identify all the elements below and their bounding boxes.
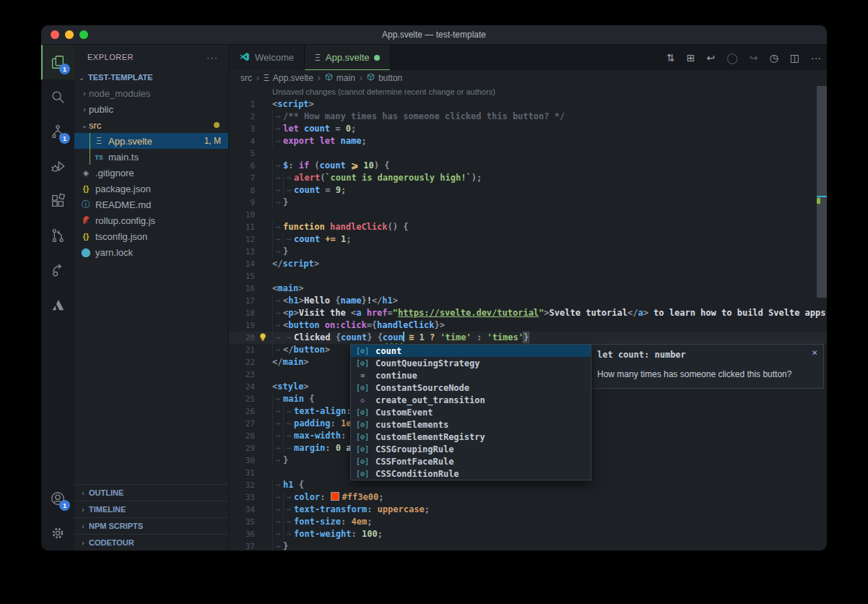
breadcrumb-item-main[interactable]: main: [325, 73, 355, 83]
panel-header-outline[interactable]: ›OUTLINE: [74, 484, 228, 501]
code-line-10[interactable]: 10: [229, 209, 827, 221]
tab-welcome[interactable]: Welcome: [229, 45, 305, 70]
line-number: 26: [229, 405, 255, 418]
lightbulb-icon[interactable]: [258, 332, 268, 342]
views-and-more-actions-icon[interactable]: ···: [207, 52, 218, 63]
code-line-20[interactable]: 20→→Clicked {count} {coun ≡ 1 ? 'time' :…: [229, 332, 827, 344]
file-history-icon[interactable]: ◷: [770, 52, 778, 64]
code-line-35[interactable]: 35→→font-size: 4em;: [229, 516, 827, 528]
suggest-item-create_out_transition[interactable]: ◇create_out_transition: [351, 394, 591, 406]
more-actions-icon[interactable]: ···: [811, 52, 821, 64]
code-line-11[interactable]: 11→function handleClick() {: [229, 221, 827, 233]
explorer-icon[interactable]: 1: [41, 45, 74, 79]
editor-scrollbar[interactable]: [817, 86, 827, 551]
code-line-4[interactable]: 4→export let name;: [229, 135, 827, 147]
live-share-icon[interactable]: [41, 253, 74, 288]
tree-item-main-ts[interactable]: TSmain.ts: [74, 149, 228, 165]
code-line-15[interactable]: 15: [229, 270, 827, 282]
panel-header-npm-scripts[interactable]: ›NPM SCRIPTS: [74, 517, 228, 534]
panel-header-timeline[interactable]: ›TIMELINE: [74, 501, 228, 517]
code-line-18[interactable]: 18→<p>Visit the <a href="https://svelte.…: [229, 307, 827, 319]
accounts-icon[interactable]: 1: [41, 481, 74, 516]
tree-item--gitignore[interactable]: ◈.gitignore: [74, 165, 228, 181]
panel-header-codetour[interactable]: ›CODETOUR: [74, 534, 228, 551]
suggest-item-countqueuingstrategy[interactable]: [⊘]CountQueuingStrategy: [351, 357, 591, 369]
suggest-item-cssfontfacerule[interactable]: [⊘]CSSFontFaceRule: [351, 455, 591, 467]
tree-item-tsconfig-json[interactable]: {}tsconfig.json: [74, 228, 228, 244]
suggest-item-customevent[interactable]: [⊘]CustomEvent: [351, 406, 591, 418]
tree-item-rollup-config-js[interactable]: rollup.config.js: [74, 212, 228, 228]
chevron-right-icon: ›: [79, 539, 87, 547]
code-editor[interactable]: Unsaved changes (cannot determine recent…: [229, 86, 827, 551]
scrollbar-thumb[interactable]: [817, 86, 827, 298]
suggest-item-continue[interactable]: ≡continue: [351, 369, 591, 381]
code-line-12[interactable]: 12→→count += 1;: [229, 233, 827, 246]
tree-item-app-svelte[interactable]: ΞApp.svelte1, M: [74, 133, 228, 149]
suggest-item-constantsourcenode[interactable]: [⊘]ConstantSourceNode: [351, 381, 591, 394]
tree-item-src[interactable]: ⌄src: [74, 117, 228, 133]
code-line-13[interactable]: 13→}: [229, 246, 827, 258]
suggest-item-customelementregistry[interactable]: [⊘]CustomElementRegistry: [351, 431, 591, 443]
code-line-6[interactable]: 6→$: if (count ⩾ 10) {: [229, 160, 827, 172]
current-change-icon[interactable]: ◯: [726, 52, 738, 64]
zoom-window-button[interactable]: [79, 30, 88, 39]
close-window-button[interactable]: [51, 30, 59, 39]
tree-item-yarn-lock[interactable]: ⬤yarn.lock: [74, 244, 228, 260]
minimize-window-button[interactable]: [65, 30, 74, 39]
modified-dot: [214, 122, 220, 128]
search-icon[interactable]: [41, 79, 74, 114]
suggest-item-cssconditionrule[interactable]: [⊘]CSSConditionRule: [351, 467, 591, 480]
suggest-item-customelements[interactable]: [⊘]customElements: [351, 418, 591, 431]
code-line-7[interactable]: 7→→alert(`count is dangerously high!`);: [229, 172, 827, 184]
suggest-item-cssgroupingrule[interactable]: [⊘]CSSGroupingRule: [351, 443, 591, 455]
azure-icon[interactable]: [41, 288, 74, 322]
close-icon[interactable]: ×: [812, 347, 817, 358]
split-editor-icon[interactable]: ◫: [790, 52, 799, 64]
workspace-section-header[interactable]: ⌄ TEST-TEMPLATE: [74, 69, 228, 85]
code-line-16[interactable]: 16<main>: [229, 282, 827, 295]
code-line-37[interactable]: 37→}: [229, 540, 827, 551]
previous-change-icon[interactable]: ↩: [706, 52, 715, 64]
line-number: 8: [229, 184, 255, 197]
chevron-right-icon: ›: [79, 489, 87, 497]
code-line-8[interactable]: 8→→count = 9;: [229, 184, 827, 197]
code-line-9[interactable]: 9→}: [229, 197, 827, 209]
tree-item-public[interactable]: ›public: [74, 101, 228, 117]
extensions-icon[interactable]: [41, 184, 74, 218]
tab-app-svelte[interactable]: ΞApp.svelte: [305, 45, 391, 70]
line-number: 29: [229, 442, 255, 454]
accounts-badge: 1: [59, 500, 70, 511]
code-line-19[interactable]: 19→<button on:click={handleClick}>: [229, 319, 827, 332]
titlebar[interactable]: App.svelte — test-template: [41, 25, 827, 45]
code-line-3[interactable]: 3→let count = 0;: [229, 123, 827, 135]
code-line-14[interactable]: 14</script>: [229, 258, 827, 270]
breadcrumb-item-app-svelte[interactable]: ΞApp.svelte: [264, 73, 313, 83]
settings-icon[interactable]: [41, 516, 74, 551]
symbol-variable-icon: [⊘]: [354, 457, 371, 465]
breadcrumb-separator: ›: [360, 73, 363, 83]
unsaved-changes-dot[interactable]: [374, 55, 380, 61]
activity-bar: 111: [41, 45, 74, 551]
open-changes-icon[interactable]: ⊞: [687, 52, 695, 64]
breadcrumb-item-button[interactable]: button: [367, 73, 402, 83]
code-line-34[interactable]: 34→→text-transform: uppercase;: [229, 504, 827, 516]
code-line-2[interactable]: 2→/** How many times has someone clicked…: [229, 111, 827, 123]
github-pull-requests-icon[interactable]: [41, 218, 74, 253]
breadcrumb-item-src[interactable]: src: [240, 73, 252, 83]
code-line-33[interactable]: 33→→color: #ff3e00;: [229, 491, 827, 504]
next-change-icon[interactable]: ↪: [750, 52, 758, 64]
code-line-17[interactable]: 17→<h1>Hello {name}!</h1>: [229, 295, 827, 307]
tree-item-readme-md[interactable]: ⓘREADME.md: [74, 197, 228, 212]
source-control-icon[interactable]: 1: [41, 114, 74, 149]
compare-changes-icon[interactable]: ⇅: [667, 52, 675, 64]
tree-item-package-json[interactable]: {}package.json: [74, 181, 228, 197]
code-line-36[interactable]: 36→→font-weight: 100;: [229, 528, 827, 540]
code-line-32[interactable]: 32→h1 {: [229, 479, 827, 491]
code-line-1[interactable]: 1<script>: [229, 98, 827, 111]
vscode-logo-icon: [239, 51, 250, 64]
run-and-debug-icon[interactable]: [41, 149, 74, 184]
suggest-item-count[interactable]: [⊘]count: [351, 345, 591, 357]
line-number: 10: [229, 209, 255, 221]
code-line-5[interactable]: 5: [229, 147, 827, 160]
tree-item-node-modules[interactable]: ›node_modules: [74, 85, 228, 101]
